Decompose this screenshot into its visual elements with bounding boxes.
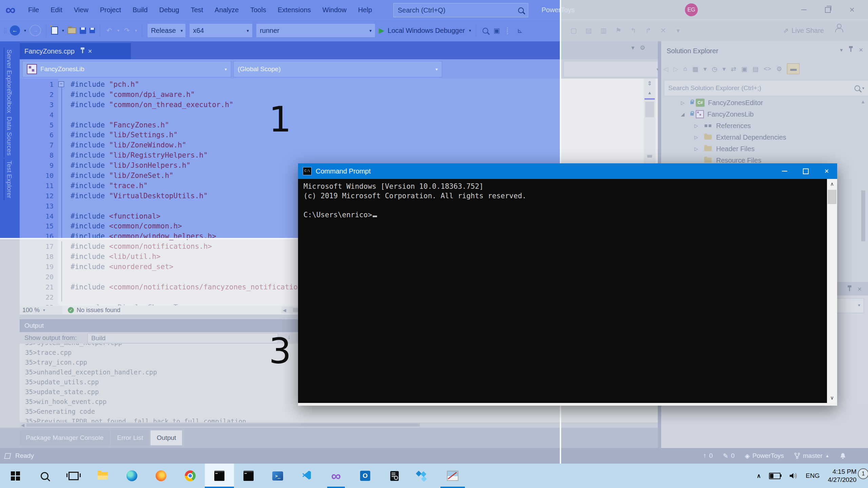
expander-icon[interactable]: ◢ — [681, 111, 687, 117]
split-editor-handle[interactable]: ⇕ — [644, 80, 655, 87]
undo-icon[interactable]: ↶ — [105, 24, 113, 37]
platform-combo[interactable]: x64▾ — [189, 23, 253, 38]
menu-item[interactable]: File — [22, 0, 45, 20]
visual-studio-icon[interactable]: ∞ — [321, 464, 351, 488]
caret-icon[interactable]: ▾ — [704, 65, 707, 73]
copy-code-icon[interactable]: ▢ — [570, 24, 578, 37]
copy-path-icon[interactable]: ▤ — [752, 65, 758, 73]
output-horizontal-scrollbar[interactable]: ◀ — [20, 422, 658, 428]
outline-icon[interactable]: ⊾ — [516, 24, 524, 37]
show-all-files-icon[interactable]: ▬ — [787, 63, 800, 74]
save-all-icon[interactable] — [90, 28, 95, 33]
edge-icon[interactable] — [117, 464, 146, 488]
panel-menu-caret-icon[interactable]: ▾ — [840, 47, 843, 53]
dock-tab[interactable]: Error List — [111, 430, 149, 445]
member-dropdown[interactable]: ▾ — [564, 61, 663, 77]
scroll-up-icon[interactable]: ∧ — [827, 181, 837, 187]
configuration-combo[interactable]: Release▾ — [147, 23, 186, 38]
close-button[interactable]: ✕ — [842, 0, 863, 20]
zoom-level-dropdown[interactable]: 100 %▾ — [20, 306, 62, 314]
menu-item[interactable]: Tools — [244, 0, 272, 20]
bookmark-icon[interactable]: ⚑ — [614, 24, 623, 37]
repository-name[interactable]: ◈PowerToys — [745, 452, 784, 460]
save-icon[interactable] — [80, 27, 86, 34]
menu-item[interactable]: Analyze — [209, 0, 244, 20]
scrollbar-thumb[interactable] — [645, 102, 654, 117]
tree-item[interactable]: ▷ References — [661, 120, 861, 131]
forward-icon[interactable]: ▷ — [673, 65, 678, 73]
menu-item[interactable]: Extensions — [272, 0, 317, 20]
pending-edits[interactable]: ✎0 — [723, 452, 735, 460]
menu-item[interactable]: Window — [317, 0, 352, 20]
close-panel-icon[interactable]: ✕ — [859, 47, 863, 53]
start-debugging-icon[interactable]: ▶ — [379, 26, 384, 35]
task-view-button[interactable] — [59, 464, 88, 488]
close-panel-icon[interactable]: ✕ — [857, 286, 862, 292]
indent-list-icon[interactable]: ▤ — [585, 24, 593, 37]
more-caret-icon[interactable]: ▾ — [674, 24, 682, 37]
tray-chevron-icon[interactable]: ∧ — [757, 472, 761, 480]
restore-button[interactable] — [817, 0, 838, 20]
scroll-up-icon[interactable]: ▲ — [861, 99, 865, 104]
scroll-up-icon[interactable]: ▲ — [644, 90, 655, 95]
scroll-down-icon[interactable]: ∨ — [827, 395, 837, 401]
startup-project-combo[interactable]: runner▾ — [256, 23, 375, 38]
navigate-forward-icon[interactable]: → — [29, 25, 41, 36]
sidebar-item-toolbox[interactable]: Toolbox — [3, 89, 15, 115]
menu-item[interactable]: Help — [352, 0, 378, 20]
column-guide-icon[interactable]: ⡇ — [504, 24, 512, 37]
battery-icon[interactable] — [769, 473, 781, 479]
terminal-scrollbar[interactable]: ∧ ∨ — [827, 179, 837, 403]
command-prompt-titlebar[interactable]: C:\ Command Prompt — [298, 163, 837, 179]
scroll-left-icon[interactable]: ◀ — [281, 308, 286, 313]
solution-explorer-search-input[interactable]: Search Solution Explorer (Ctrl+;) ▾ — [664, 80, 868, 96]
sidebar-item-test-explorer[interactable]: Test Explorer — [3, 159, 15, 200]
expander-icon[interactable]: ▷ — [694, 135, 701, 140]
close-button[interactable]: ✕ — [816, 163, 837, 179]
collapse-icon[interactable]: − — [58, 81, 64, 87]
menu-item[interactable]: Project — [94, 0, 127, 20]
comment-list-icon[interactable]: ▥ — [599, 24, 608, 37]
account-avatar[interactable]: EG — [685, 3, 698, 16]
volume-icon[interactable] — [789, 472, 797, 480]
next-bookmark-icon[interactable]: ↱ — [644, 24, 652, 37]
menu-item[interactable]: Build — [127, 0, 153, 20]
tab-fancyzones-cpp[interactable]: FancyZones.cpp ✕ — [20, 43, 131, 59]
switch-views-icon[interactable]: ▦ — [692, 65, 698, 73]
redo-icon[interactable]: ↷ — [123, 24, 131, 37]
tree-item[interactable]: ▷ C# FancyZonesEditor — [661, 97, 861, 108]
language-indicator[interactable]: ENG — [806, 472, 820, 480]
command-prompt-icon[interactable] — [205, 464, 234, 488]
scrollbar-thumb[interactable] — [861, 190, 865, 241]
minimize-button[interactable] — [774, 163, 795, 179]
search-button[interactable] — [30, 464, 59, 488]
maximize-button[interactable] — [795, 163, 816, 179]
quick-search-input[interactable]: Search (Ctrl+Q) — [393, 3, 528, 17]
project-dropdown[interactable]: FancyZonesLib ▾ — [22, 61, 231, 77]
start-button[interactable] — [1, 464, 30, 488]
clear-bookmarks-icon[interactable]: ✕ — [659, 24, 667, 37]
tab-list-caret-icon[interactable]: ▾ — [631, 44, 634, 52]
back-icon[interactable]: ◁ — [663, 65, 668, 73]
dock-tab[interactable]: Package Manager Console — [20, 430, 110, 445]
pending-changes-filter-icon[interactable]: ◷ — [712, 65, 717, 73]
powershell-icon[interactable]: >_ — [263, 464, 292, 488]
file-explorer-icon[interactable] — [88, 464, 117, 488]
solution-platforms-icon[interactable]: ▣ — [493, 24, 501, 37]
find-in-files-icon[interactable] — [481, 24, 489, 37]
clock[interactable]: 4:15 PM 4/27/2020 — [828, 468, 856, 484]
tree-item[interactable]: ▷ Header Files — [661, 143, 861, 155]
menu-item[interactable]: Edit — [45, 0, 68, 20]
vscode-icon[interactable] — [292, 464, 321, 488]
output-source-dropdown[interactable]: Build▾ — [87, 333, 278, 343]
notifications-bell-icon[interactable] — [840, 452, 846, 459]
paint-icon[interactable] — [438, 464, 467, 488]
menu-item[interactable]: View — [68, 0, 94, 20]
editor-options-gear-icon[interactable]: ⚙ — [640, 44, 645, 52]
menu-item[interactable]: Test — [185, 0, 209, 20]
firefox-icon[interactable] — [146, 464, 176, 488]
debug-target-label[interactable]: Local Windows Debugger — [388, 27, 465, 35]
sync-with-active-document-icon[interactable]: ⇄ — [731, 65, 736, 73]
dock-tab[interactable]: Output — [151, 430, 182, 445]
caret-icon[interactable]: ▾ — [723, 65, 726, 73]
